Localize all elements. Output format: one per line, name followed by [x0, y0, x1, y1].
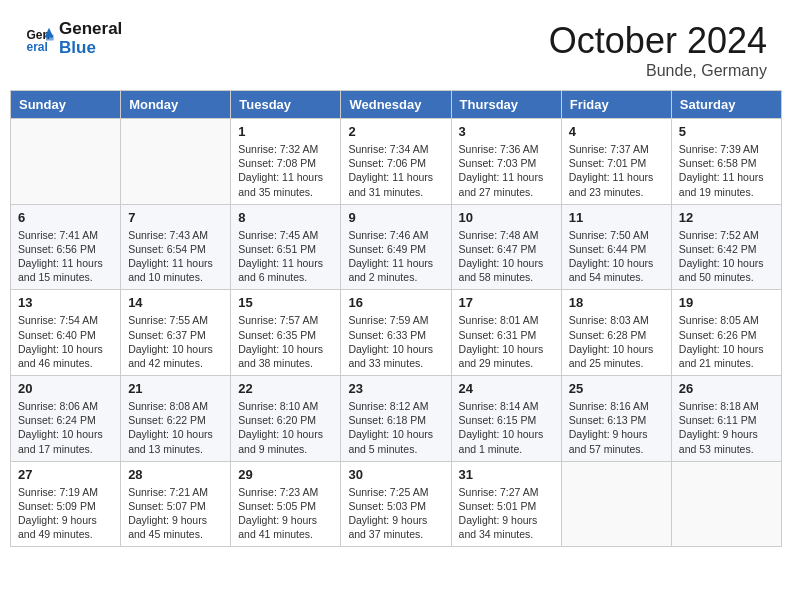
daylight-text: Daylight: 11 hours and 10 minutes. — [128, 256, 223, 284]
cell-info: Sunrise: 8:10 AMSunset: 6:20 PMDaylight:… — [238, 399, 333, 456]
calendar-cell: 10Sunrise: 7:48 AMSunset: 6:47 PMDayligh… — [451, 204, 561, 290]
sunset-text: Sunset: 6:22 PM — [128, 413, 223, 427]
calendar-cell: 21Sunrise: 8:08 AMSunset: 6:22 PMDayligh… — [121, 376, 231, 462]
sunrise-text: Sunrise: 8:08 AM — [128, 399, 223, 413]
sunset-text: Sunset: 6:42 PM — [679, 242, 774, 256]
daylight-text: Daylight: 10 hours and 42 minutes. — [128, 342, 223, 370]
day-number: 21 — [128, 381, 223, 396]
sunrise-text: Sunrise: 8:03 AM — [569, 313, 664, 327]
cell-info: Sunrise: 8:01 AMSunset: 6:31 PMDaylight:… — [459, 313, 554, 370]
daylight-text: Daylight: 9 hours and 49 minutes. — [18, 513, 113, 541]
sunrise-text: Sunrise: 7:55 AM — [128, 313, 223, 327]
sunrise-text: Sunrise: 7:34 AM — [348, 142, 443, 156]
cell-info: Sunrise: 7:39 AMSunset: 6:58 PMDaylight:… — [679, 142, 774, 199]
calendar-header-row: SundayMondayTuesdayWednesdayThursdayFrid… — [11, 91, 782, 119]
cell-info: Sunrise: 8:12 AMSunset: 6:18 PMDaylight:… — [348, 399, 443, 456]
cell-info: Sunrise: 7:21 AMSunset: 5:07 PMDaylight:… — [128, 485, 223, 542]
cell-info: Sunrise: 7:25 AMSunset: 5:03 PMDaylight:… — [348, 485, 443, 542]
sunrise-text: Sunrise: 7:50 AM — [569, 228, 664, 242]
sunrise-text: Sunrise: 8:05 AM — [679, 313, 774, 327]
sunrise-text: Sunrise: 7:46 AM — [348, 228, 443, 242]
daylight-text: Daylight: 9 hours and 57 minutes. — [569, 427, 664, 455]
day-number: 11 — [569, 210, 664, 225]
sunset-text: Sunset: 6:15 PM — [459, 413, 554, 427]
calendar-week-row: 1Sunrise: 7:32 AMSunset: 7:08 PMDaylight… — [11, 119, 782, 205]
calendar-week-row: 27Sunrise: 7:19 AMSunset: 5:09 PMDayligh… — [11, 461, 782, 547]
day-number: 2 — [348, 124, 443, 139]
calendar-cell — [11, 119, 121, 205]
sunset-text: Sunset: 6:54 PM — [128, 242, 223, 256]
calendar-cell: 27Sunrise: 7:19 AMSunset: 5:09 PMDayligh… — [11, 461, 121, 547]
day-number: 8 — [238, 210, 333, 225]
logo-icon: Gen eral — [25, 24, 55, 54]
day-number: 10 — [459, 210, 554, 225]
day-number: 12 — [679, 210, 774, 225]
day-number: 29 — [238, 467, 333, 482]
cell-info: Sunrise: 7:37 AMSunset: 7:01 PMDaylight:… — [569, 142, 664, 199]
day-number: 13 — [18, 295, 113, 310]
calendar-cell — [561, 461, 671, 547]
sunset-text: Sunset: 5:09 PM — [18, 499, 113, 513]
weekday-header: Saturday — [671, 91, 781, 119]
daylight-text: Daylight: 10 hours and 21 minutes. — [679, 342, 774, 370]
sunset-text: Sunset: 6:28 PM — [569, 328, 664, 342]
daylight-text: Daylight: 9 hours and 34 minutes. — [459, 513, 554, 541]
calendar-week-row: 6Sunrise: 7:41 AMSunset: 6:56 PMDaylight… — [11, 204, 782, 290]
calendar-cell: 31Sunrise: 7:27 AMSunset: 5:01 PMDayligh… — [451, 461, 561, 547]
daylight-text: Daylight: 10 hours and 1 minute. — [459, 427, 554, 455]
sunrise-text: Sunrise: 7:39 AM — [679, 142, 774, 156]
sunset-text: Sunset: 6:11 PM — [679, 413, 774, 427]
sunrise-text: Sunrise: 7:45 AM — [238, 228, 333, 242]
calendar-week-row: 20Sunrise: 8:06 AMSunset: 6:24 PMDayligh… — [11, 376, 782, 462]
calendar-cell: 9Sunrise: 7:46 AMSunset: 6:49 PMDaylight… — [341, 204, 451, 290]
calendar-cell: 8Sunrise: 7:45 AMSunset: 6:51 PMDaylight… — [231, 204, 341, 290]
sunset-text: Sunset: 6:31 PM — [459, 328, 554, 342]
cell-info: Sunrise: 7:27 AMSunset: 5:01 PMDaylight:… — [459, 485, 554, 542]
sunrise-text: Sunrise: 7:52 AM — [679, 228, 774, 242]
cell-info: Sunrise: 7:46 AMSunset: 6:49 PMDaylight:… — [348, 228, 443, 285]
cell-info: Sunrise: 8:08 AMSunset: 6:22 PMDaylight:… — [128, 399, 223, 456]
calendar-cell: 16Sunrise: 7:59 AMSunset: 6:33 PMDayligh… — [341, 290, 451, 376]
sunrise-text: Sunrise: 7:43 AM — [128, 228, 223, 242]
cell-info: Sunrise: 7:36 AMSunset: 7:03 PMDaylight:… — [459, 142, 554, 199]
cell-info: Sunrise: 7:57 AMSunset: 6:35 PMDaylight:… — [238, 313, 333, 370]
sunset-text: Sunset: 6:58 PM — [679, 156, 774, 170]
daylight-text: Daylight: 10 hours and 38 minutes. — [238, 342, 333, 370]
daylight-text: Daylight: 11 hours and 27 minutes. — [459, 170, 554, 198]
day-number: 30 — [348, 467, 443, 482]
sunrise-text: Sunrise: 7:57 AM — [238, 313, 333, 327]
calendar-cell: 20Sunrise: 8:06 AMSunset: 6:24 PMDayligh… — [11, 376, 121, 462]
svg-marker-3 — [46, 34, 54, 40]
day-number: 26 — [679, 381, 774, 396]
sunset-text: Sunset: 6:26 PM — [679, 328, 774, 342]
weekday-header: Tuesday — [231, 91, 341, 119]
day-number: 7 — [128, 210, 223, 225]
daylight-text: Daylight: 10 hours and 25 minutes. — [569, 342, 664, 370]
sunset-text: Sunset: 6:20 PM — [238, 413, 333, 427]
sunset-text: Sunset: 6:51 PM — [238, 242, 333, 256]
sunset-text: Sunset: 5:05 PM — [238, 499, 333, 513]
sunrise-text: Sunrise: 8:18 AM — [679, 399, 774, 413]
day-number: 4 — [569, 124, 664, 139]
sunset-text: Sunset: 7:01 PM — [569, 156, 664, 170]
weekday-header: Thursday — [451, 91, 561, 119]
sunrise-text: Sunrise: 7:21 AM — [128, 485, 223, 499]
sunrise-text: Sunrise: 7:25 AM — [348, 485, 443, 499]
day-number: 22 — [238, 381, 333, 396]
sunrise-text: Sunrise: 7:54 AM — [18, 313, 113, 327]
calendar-cell — [671, 461, 781, 547]
day-number: 1 — [238, 124, 333, 139]
weekday-header: Wednesday — [341, 91, 451, 119]
day-number: 5 — [679, 124, 774, 139]
cell-info: Sunrise: 7:52 AMSunset: 6:42 PMDaylight:… — [679, 228, 774, 285]
month-title: October 2024 — [549, 20, 767, 62]
cell-info: Sunrise: 8:16 AMSunset: 6:13 PMDaylight:… — [569, 399, 664, 456]
cell-info: Sunrise: 7:34 AMSunset: 7:06 PMDaylight:… — [348, 142, 443, 199]
calendar-cell: 7Sunrise: 7:43 AMSunset: 6:54 PMDaylight… — [121, 204, 231, 290]
calendar-cell: 28Sunrise: 7:21 AMSunset: 5:07 PMDayligh… — [121, 461, 231, 547]
cell-info: Sunrise: 8:06 AMSunset: 6:24 PMDaylight:… — [18, 399, 113, 456]
calendar-cell: 5Sunrise: 7:39 AMSunset: 6:58 PMDaylight… — [671, 119, 781, 205]
sunrise-text: Sunrise: 7:59 AM — [348, 313, 443, 327]
day-number: 19 — [679, 295, 774, 310]
sunset-text: Sunset: 5:03 PM — [348, 499, 443, 513]
